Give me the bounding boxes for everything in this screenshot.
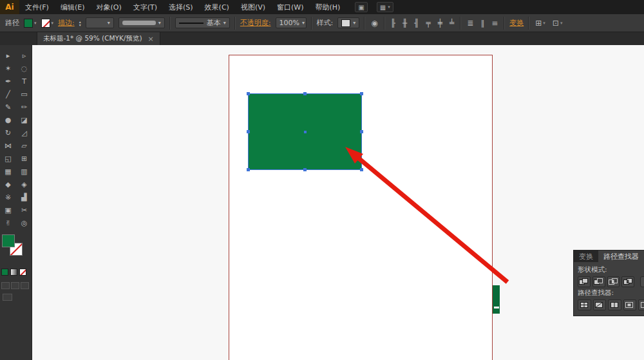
shape-builder-tool[interactable]: ◱: [0, 152, 16, 165]
menu-type[interactable]: 文字(T): [128, 0, 163, 14]
canvas[interactable]: [32, 45, 644, 360]
type-tool[interactable]: T: [16, 75, 32, 88]
selected-rectangle[interactable]: [249, 94, 361, 169]
selection-tool[interactable]: ▸: [0, 49, 16, 62]
screen-mode-button[interactable]: [3, 294, 12, 301]
pen-tool[interactable]: ✒: [0, 75, 16, 88]
line-segment-tool[interactable]: ╱: [0, 88, 16, 100]
selection-handle-w[interactable]: [247, 130, 250, 133]
chevron-down-icon: ▾: [52, 21, 54, 26]
pencil-tool[interactable]: ✏: [16, 100, 32, 113]
distribute-top-icon[interactable]: ≣: [466, 19, 475, 28]
color-button[interactable]: [1, 269, 8, 276]
column-graph-tool[interactable]: ▟: [16, 191, 32, 204]
arrange-documents-icon[interactable]: ▣: [355, 2, 367, 12]
perspective-grid-tool[interactable]: ⊞: [16, 152, 32, 165]
pasteboard-green-object[interactable]: [493, 285, 500, 314]
selection-handle-se[interactable]: [360, 168, 363, 171]
outline-button[interactable]: [638, 299, 644, 310]
align-middle-icon[interactable]: ╪: [437, 19, 444, 28]
menu-effect[interactable]: 效果(C): [199, 0, 235, 14]
crop-button[interactable]: [623, 299, 637, 310]
selection-handle-e[interactable]: [360, 130, 363, 133]
gradient-tool[interactable]: ▥: [16, 165, 32, 178]
selection-handle-nw[interactable]: [247, 92, 250, 95]
magic-wand-tool[interactable]: ✶: [0, 62, 16, 75]
rotate-tool[interactable]: ↻: [0, 126, 16, 139]
fill-color-dropdown[interactable]: ▾: [24, 19, 37, 28]
hand-tool[interactable]: ✌: [0, 216, 16, 229]
intersect-button[interactable]: [607, 276, 620, 287]
menu-select[interactable]: 选择(S): [163, 0, 199, 14]
separator: [364, 17, 365, 30]
align-options-icon[interactable]: ⊞ ▾: [534, 19, 547, 28]
rectangle-tool[interactable]: ▭: [16, 88, 32, 100]
tab-transform[interactable]: 变换: [574, 251, 598, 262]
align-center-h-icon[interactable]: ╫: [401, 19, 408, 28]
opacity-select[interactable]: 100%: [276, 17, 307, 28]
align-top-icon[interactable]: ╤: [424, 19, 431, 28]
artboard-tool[interactable]: ▣: [0, 204, 16, 216]
draw-inside-button[interactable]: [21, 282, 29, 289]
graphic-style-swatch: [341, 19, 350, 27]
selection-handle-s[interactable]: [303, 168, 307, 171]
paintbrush-tool[interactable]: ✎: [0, 100, 16, 113]
minus-front-button[interactable]: [592, 276, 605, 287]
exclude-button[interactable]: [621, 276, 634, 287]
menu-edit[interactable]: 编辑(E): [55, 0, 91, 14]
stroke-weight-select[interactable]: [86, 17, 114, 28]
scale-tool[interactable]: ◿: [16, 126, 32, 139]
divide-button[interactable]: [578, 299, 591, 310]
eraser-tool[interactable]: ◪: [16, 113, 32, 126]
unite-button[interactable]: [578, 276, 591, 287]
selection-handle-sw[interactable]: [247, 168, 250, 171]
blob-brush-tool[interactable]: ●: [0, 113, 16, 126]
zoom-tool[interactable]: ◎: [16, 216, 32, 229]
stroke-weight-stepper[interactable]: [79, 20, 81, 26]
lasso-tool[interactable]: ◌: [16, 62, 32, 75]
width-profile-select[interactable]: [118, 17, 165, 28]
distribute-bottom-icon[interactable]: ≡: [490, 19, 499, 28]
menu-window[interactable]: 窗口(W): [271, 0, 309, 14]
menu-help[interactable]: 帮助(H): [309, 0, 346, 14]
more-options-icon[interactable]: ⊡ ▾: [551, 19, 564, 28]
document-tab[interactable]: 未标题-1* @ 59% (CMYK/预览) ×: [37, 32, 160, 45]
direct-selection-tool[interactable]: ▹: [16, 49, 32, 62]
stroke-color-dropdown[interactable]: ▾: [41, 19, 54, 28]
align-right-icon[interactable]: ╢: [413, 19, 420, 28]
symbol-sprayer-tool[interactable]: ※: [0, 191, 16, 204]
slice-tool[interactable]: ✂: [16, 204, 32, 216]
workspace-switcher-icon[interactable]: ▦ ▾: [377, 2, 393, 12]
draw-behind-button[interactable]: [11, 282, 19, 289]
transform-panel-link[interactable]: 变换: [509, 18, 524, 28]
align-left-icon[interactable]: ╟: [390, 19, 397, 28]
draw-normal-button[interactable]: [1, 282, 10, 289]
stroke-panel-link[interactable]: 描边:: [58, 18, 75, 28]
free-transform-tool[interactable]: ▱: [16, 139, 32, 152]
tab-pathfinder[interactable]: 路径查找器: [598, 251, 644, 262]
mesh-tool[interactable]: ▦: [0, 165, 16, 178]
expand-button[interactable]: 扩展: [640, 276, 644, 287]
fill-color-swatch[interactable]: [2, 234, 15, 247]
menu-view[interactable]: 视图(V): [235, 0, 271, 14]
chevron-down-icon: ▾: [388, 5, 390, 10]
close-icon[interactable]: ×: [148, 35, 154, 43]
recolor-artwork-icon[interactable]: ◉: [370, 19, 379, 28]
graphic-style-select[interactable]: [337, 17, 359, 28]
opacity-panel-link[interactable]: 不透明度:: [240, 18, 271, 28]
selection-handle-ne[interactable]: [360, 92, 363, 95]
align-bottom-icon[interactable]: ╧: [448, 19, 455, 28]
width-tool[interactable]: ⋈: [0, 139, 16, 152]
trim-button[interactable]: [593, 299, 607, 310]
eyedropper-tool[interactable]: ◆: [0, 178, 16, 191]
blend-tool[interactable]: ◈: [16, 178, 32, 191]
selection-handle-n[interactable]: [303, 92, 307, 95]
brush-definition-select[interactable]: 基本: [175, 17, 230, 28]
menu-object[interactable]: 对象(O): [90, 0, 127, 14]
artboard[interactable]: [229, 55, 493, 360]
merge-button[interactable]: [608, 299, 621, 310]
none-button[interactable]: [19, 269, 26, 276]
gradient-button[interactable]: [10, 269, 17, 276]
menu-file[interactable]: 文件(F): [19, 0, 55, 14]
distribute-center-icon[interactable]: ∥: [479, 19, 486, 28]
